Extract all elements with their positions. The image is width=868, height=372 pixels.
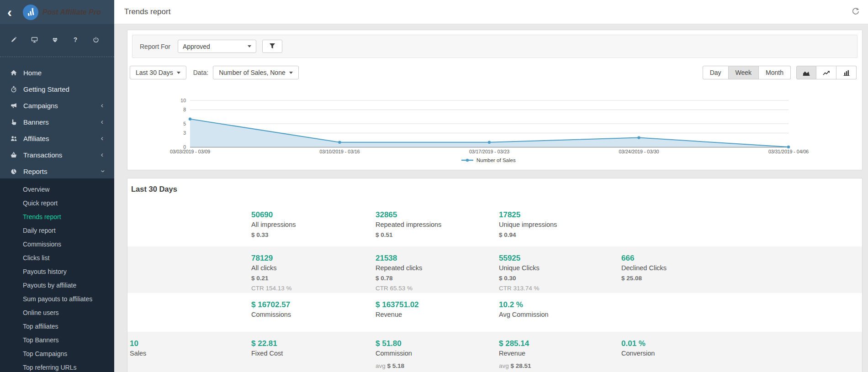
stat-cost: $ 0.21 — [251, 273, 376, 284]
back-chevron-icon[interactable]: ‹ — [7, 5, 12, 19]
bar-chart-button[interactable] — [836, 66, 857, 79]
filter-button[interactable] — [262, 40, 282, 53]
data-series-dropdown[interactable]: Number of Sales, None — [213, 66, 299, 79]
sidebar-item-label: Transactions — [23, 151, 62, 159]
home-icon — [10, 69, 17, 76]
stat-label: Repeated clicks — [376, 263, 499, 273]
stopwatch-icon — [10, 86, 17, 93]
line-chart-icon — [823, 70, 830, 76]
heartbeat-icon[interactable] — [51, 36, 58, 43]
sidebar-item-transactions[interactable]: Transactions‹ — [0, 147, 114, 163]
trends-chart-svg: 10853003/03/2019 - 03/0903/10/2019 - 03/… — [127, 89, 862, 170]
sidebar-subitem-online-users[interactable]: Online users — [0, 306, 114, 320]
sidebar-subitem-payouts-history[interactable]: Payouts history — [0, 265, 114, 278]
stat-sales: 10Sales — [130, 338, 251, 372]
stat-avg-commission: 10.2 %Avg Commission — [499, 299, 621, 332]
stat-label: All clicks — [251, 263, 376, 273]
sidebar-item-label: Campaigns — [23, 102, 58, 110]
sidebar-item-label: Home — [23, 69, 42, 77]
help-icon[interactable]: ? — [72, 36, 79, 43]
stat-label: All impressions — [251, 220, 376, 230]
report-for-label: Report For — [140, 43, 170, 50]
svg-text:Number of Sales: Number of Sales — [476, 157, 516, 163]
stat-conversion: 0.01 %Conversion — [621, 338, 862, 372]
day-button[interactable]: Day — [703, 66, 729, 79]
stat-all-clicks: 78129All clicks$ 0.21CTR 154.13 % — [251, 253, 376, 293]
stat-value: 50690 — [251, 210, 376, 220]
data-series-value: Number of Sales, None — [219, 69, 286, 76]
sidebar-subitem-top-campaigns[interactable]: Top Campaigns — [0, 347, 114, 361]
chevron-collapsed-icon: ‹ — [101, 151, 103, 158]
date-range-value: Last 30 Days — [136, 69, 173, 76]
sidebar-item-getting-started[interactable]: Getting Started — [0, 81, 114, 97]
stat-fixed-cost: $ 22.81Fixed Cost — [251, 338, 376, 372]
sidebar-menu: HomeGetting StartedCampaigns‹Banners‹Aff… — [0, 64, 114, 179]
stat-revenue: $ 285.14Revenueavg $ 28.51 — [499, 338, 621, 372]
sidebar-item-campaigns[interactable]: Campaigns‹ — [0, 97, 114, 114]
sidebar-subitem-top-affiliates[interactable]: Top affiliates — [0, 320, 114, 333]
stat-label: Sales — [130, 349, 251, 358]
sidebar-reports-submenu: OverviewQuick reportTrends reportDaily r… — [0, 178, 114, 372]
sidebar-subitem-top-referring-urls[interactable]: Top referring URLs — [0, 361, 114, 372]
sidebar-item-label: Banners — [23, 118, 49, 126]
sidebar-item-reports[interactable]: Reports‹ — [0, 163, 114, 179]
data-label: Data: — [193, 69, 208, 76]
report-for-select[interactable]: Approved — [178, 40, 256, 53]
stat-empty — [130, 210, 251, 246]
stat-cost: $ 0.33 — [251, 230, 376, 241]
refresh-icon[interactable] — [852, 7, 860, 16]
sidebar-subitem-sum-payouts-to-affiliates[interactable]: Sum payouts to affiliates — [0, 292, 114, 306]
stat-empty — [621, 299, 862, 332]
sidebar-subitem-trends-report[interactable]: Trends report — [0, 210, 114, 224]
page-title: Trends report — [124, 7, 170, 16]
monitor-icon[interactable] — [31, 36, 38, 43]
content-area: Trends report Report For Approved — [114, 0, 868, 372]
stat-cost: $ 0.94 — [499, 230, 621, 241]
stat-label: Commission — [376, 349, 499, 358]
chevron-down-icon — [289, 72, 293, 74]
week-button[interactable]: Week — [729, 66, 759, 79]
pie-icon — [10, 168, 17, 175]
sidebar-subitem-payouts-by-affiliate[interactable]: Payouts by affiliate — [0, 278, 114, 292]
month-button[interactable]: Month — [759, 66, 791, 79]
stat-label: Repeated impressions — [376, 220, 499, 230]
svg-text:03/03/2019 - 03/09: 03/03/2019 - 03/09 — [170, 149, 210, 154]
sidebar-subitem-quick-report[interactable]: Quick report — [0, 196, 114, 210]
sidebar-item-home[interactable]: Home — [0, 64, 114, 81]
stat-all-impressions: 50690All impressions$ 0.33 — [251, 210, 376, 246]
stat-cost: $ 0.78 — [376, 273, 499, 284]
svg-text:8: 8 — [183, 107, 186, 112]
bar-chart-icon — [843, 70, 850, 76]
report-for-value: Approved — [183, 43, 210, 50]
sidebar-divider — [0, 57, 114, 57]
sidebar-subitem-overview[interactable]: Overview — [0, 183, 114, 196]
area-chart-button[interactable] — [796, 66, 816, 79]
stats-panel: Last 30 Days 50690All impressions$ 0.333… — [127, 178, 863, 372]
stat-label: Revenue — [499, 349, 621, 358]
stats-row-1: 50690All impressions$ 0.3332865Repeated … — [127, 203, 862, 246]
stat-commissions: $ 16702.57Commissions — [251, 299, 376, 332]
date-range-dropdown[interactable]: Last 30 Days — [130, 66, 186, 79]
stat-ctr: CTR 313.74 % — [499, 284, 621, 293]
stat-label: Declined Clicks — [621, 263, 862, 273]
sidebar-item-label: Reports — [23, 168, 48, 175]
stat-value: $ 285.14 — [499, 338, 621, 349]
power-icon[interactable] — [92, 36, 100, 43]
sidebar-subitem-commissions[interactable]: Commissions — [0, 237, 114, 251]
svg-text:03/10/2019 - 03/16: 03/10/2019 - 03/16 — [319, 149, 360, 154]
line-chart-button[interactable] — [816, 66, 836, 79]
chart-type-button-group — [796, 66, 857, 79]
hand-icon — [10, 119, 17, 126]
stat-cost: $ 25.08 — [621, 273, 862, 284]
sidebar-subitem-daily-report[interactable]: Daily report — [0, 224, 114, 237]
top-bar: Trends report — [114, 0, 868, 24]
sidebar-item-affiliates[interactable]: Affiliates‹ — [0, 130, 114, 147]
app-logo: Post Affiliate Pro — [23, 5, 101, 20]
sidebar-item-banners[interactable]: Banners‹ — [0, 114, 114, 130]
main-area: Report For Approved Last 30 Days Data: — [114, 24, 868, 372]
sidebar-subitem-clicks-list[interactable]: Clicks list — [0, 251, 114, 265]
pencil-icon[interactable] — [10, 36, 17, 43]
stat-value: $ 16702.57 — [251, 299, 376, 310]
stat-label: Unique Clicks — [499, 263, 621, 273]
sidebar-subitem-top-banners[interactable]: Top Banners — [0, 333, 114, 347]
